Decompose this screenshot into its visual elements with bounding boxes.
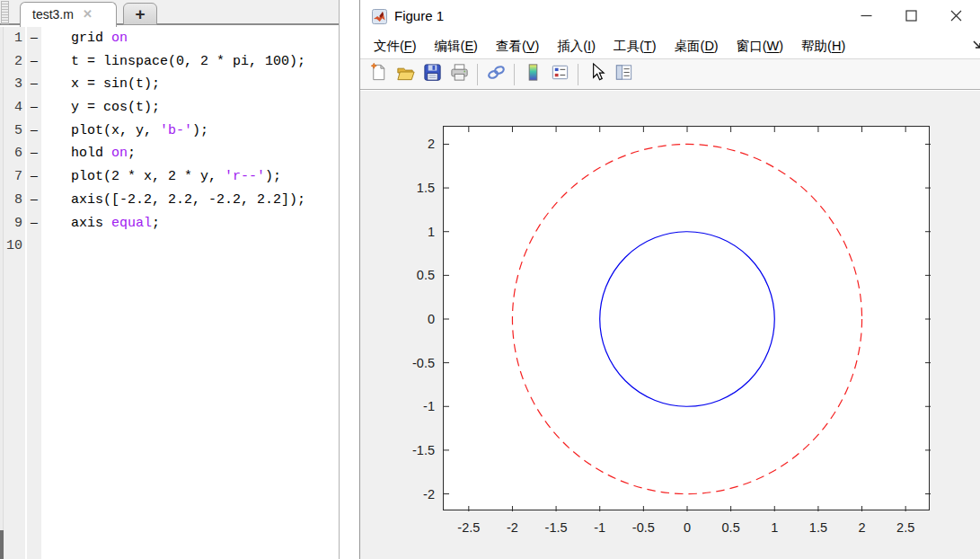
maximize-icon: [905, 9, 917, 25]
y-tick-label: -2: [423, 487, 435, 501]
series-inner-circle: [600, 232, 775, 407]
executable-line-marker[interactable]: —: [27, 96, 41, 120]
menu-f[interactable]: 文件(F): [365, 38, 426, 55]
edit-plot-button[interactable]: [585, 63, 608, 86]
code-text[interactable]: hold on;: [41, 142, 339, 165]
code-text[interactable]: t = linspace(0, 2 * pi, 100);: [41, 50, 339, 74]
close-button[interactable]: [933, 0, 978, 34]
line-number: 8: [4, 189, 25, 212]
code-line: 10: [4, 235, 339, 258]
menu-w[interactable]: 窗口(W): [728, 38, 792, 55]
menu-bar: 文件(F)编辑(E)查看(V)插入(I)工具(T)桌面(D)窗口(W)帮助(H): [360, 34, 980, 59]
y-tick-label: 0.5: [417, 268, 435, 282]
figure-window: Figure 1 文件(F)编辑(E)查看(V)插入(I)工具(T)桌面(D)窗…: [359, 0, 980, 559]
menu-h[interactable]: 帮助(H): [792, 38, 854, 55]
new-figure-button[interactable]: [366, 63, 390, 86]
code-text[interactable]: x = sin(t);: [41, 73, 339, 96]
executable-line-marker[interactable]: —: [27, 212, 41, 235]
x-tick-label: -2.5: [457, 520, 480, 535]
code-text[interactable]: y = cos(t);: [41, 96, 339, 120]
title-bar[interactable]: Figure 1: [360, 0, 980, 34]
open-file-button[interactable]: [393, 63, 417, 86]
code-text[interactable]: plot(x, y, 'b-');: [41, 120, 339, 143]
new-tab-button[interactable]: +: [123, 3, 157, 25]
y-tick-label: 2: [428, 137, 435, 151]
series-outer-circle: [512, 144, 861, 493]
executable-line-marker[interactable]: [27, 235, 41, 258]
link-plot-icon: [486, 62, 507, 86]
y-tick-label: -0.5: [412, 356, 435, 370]
code-text[interactable]: axis equal;: [41, 212, 339, 235]
property-inspector-button[interactable]: [612, 63, 635, 86]
executable-line-marker[interactable]: —: [27, 50, 41, 74]
x-tick-label: 2: [858, 520, 865, 535]
new-figure-icon: [368, 62, 389, 86]
executable-line-marker[interactable]: —: [27, 73, 41, 96]
x-tick-label: -0.5: [632, 520, 655, 535]
tab-close-icon[interactable]: ✕: [83, 7, 93, 21]
minimize-button[interactable]: [843, 0, 888, 34]
executable-line-marker[interactable]: —: [27, 27, 41, 50]
insert-colorbar-button[interactable]: [521, 63, 544, 86]
minimize-icon: [861, 9, 872, 25]
x-tick-label: 2.5: [896, 520, 914, 535]
plot-surface: [444, 127, 931, 511]
figure-toolbar: [360, 59, 980, 90]
dock-figure-icon[interactable]: [973, 40, 980, 56]
code-area[interactable]: 1—grid on2—t = linspace(0, 2 * pi, 100);…: [4, 27, 339, 258]
x-tick-label: 0.5: [722, 520, 740, 535]
print-figure-button[interactable]: [447, 63, 471, 86]
line-number: 2: [4, 50, 25, 74]
executable-line-marker[interactable]: —: [27, 165, 41, 189]
code-text[interactable]: grid on: [41, 27, 339, 50]
print-figure-icon: [449, 62, 470, 86]
menu-i[interactable]: 插入(I): [548, 38, 605, 55]
editor-pane: test3.m ✕ + 1—grid on2—t = linspace(0, 2…: [0, 0, 340, 559]
toolbar-separator: [477, 64, 478, 85]
code-line: 1—grid on: [4, 27, 339, 50]
edit-plot-icon: [587, 62, 607, 86]
code-text[interactable]: [41, 235, 339, 258]
toolbar-separator: [514, 64, 515, 85]
maximize-button[interactable]: [888, 0, 933, 34]
executable-line-marker[interactable]: —: [27, 120, 41, 143]
y-tick-label: 0: [428, 312, 435, 326]
menu-e[interactable]: 编辑(E): [426, 38, 487, 55]
property-inspector-icon: [614, 62, 634, 86]
line-number: 9: [4, 212, 25, 235]
menu-v[interactable]: 查看(V): [487, 38, 548, 55]
matlab-logo-icon: [372, 9, 387, 24]
insert-legend-button[interactable]: [548, 63, 571, 86]
line-number: 4: [4, 96, 25, 120]
save-figure-icon: [422, 62, 443, 86]
link-plot-button[interactable]: [484, 63, 508, 86]
code-text[interactable]: axis([-2.2, 2.2, -2.2, 2.2]);: [41, 189, 339, 212]
code-line: 4—y = cos(t);: [4, 96, 339, 120]
x-tick-label: 0: [684, 520, 691, 535]
drag-grip-icon[interactable]: [1, 1, 9, 24]
x-tick-label: -1.5: [545, 520, 568, 535]
executable-line-marker[interactable]: —: [27, 142, 41, 165]
line-number: 3: [4, 73, 25, 96]
insert-legend-icon: [550, 62, 570, 86]
plot-axes: -2.5-2-1.5-1-0.500.511.522.521.510.50-0.…: [443, 126, 930, 510]
y-tick-label: 1: [428, 225, 435, 239]
editor-tab-test3[interactable]: test3.m ✕: [20, 2, 117, 27]
code-text[interactable]: plot(2 * x, 2 * y, 'r--');: [41, 165, 339, 189]
executable-line-marker[interactable]: —: [27, 189, 41, 212]
code-line: 7—plot(2 * x, 2 * y, 'r--');: [4, 165, 339, 189]
x-tick-label: 1: [771, 520, 778, 535]
x-tick-label: 1.5: [809, 520, 827, 535]
insert-colorbar-icon: [523, 62, 543, 86]
editor-tab-bar: test3.m ✕ +: [0, 0, 339, 25]
code-line: 2—t = linspace(0, 2 * pi, 100);: [4, 50, 339, 74]
screen: test3.m ✕ + 1—grid on2—t = linspace(0, 2…: [0, 0, 980, 559]
menu-t[interactable]: 工具(T): [605, 38, 666, 55]
menu-d[interactable]: 桌面(D): [666, 38, 728, 55]
window-controls: [843, 0, 978, 34]
code-line: 5—plot(x, y, 'b-');: [4, 120, 339, 143]
line-number: 10: [4, 235, 25, 258]
code-line: 3—x = sin(t);: [4, 73, 339, 96]
window-title: Figure 1: [394, 8, 444, 23]
save-figure-button[interactable]: [420, 63, 444, 86]
